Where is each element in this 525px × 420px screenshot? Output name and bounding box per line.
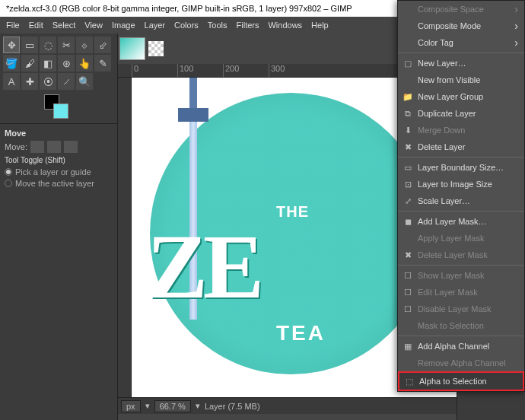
menu-colors[interactable]: Colors — [174, 21, 199, 30]
toolbox: ✥ ▭ ◌ ✂ ⟐ ⬃ 🪣 🖌 ◧ ⊛ 👆 ✎ A ✚ ⦿ ⟋ 🔍 — [0, 33, 117, 93]
menu-edit[interactable]: Edit — [29, 21, 43, 30]
ctx-mask-to-selection[interactable]: Mask to Selection — [398, 317, 524, 334]
tool-measure[interactable]: ⟋ — [58, 73, 75, 90]
radio-move-active[interactable]: Move the active layer — [5, 179, 113, 188]
ctx-composite-mode[interactable]: Composite Mode — [398, 18, 524, 34]
ctx-duplicate-layer[interactable]: ⧉Duplicate Layer — [398, 105, 524, 122]
menu-file[interactable]: File — [6, 21, 20, 30]
tool-clone[interactable]: ⊛ — [58, 55, 75, 72]
text-tea: TEA — [276, 321, 326, 345]
menu-help[interactable]: Help — [311, 21, 329, 30]
tool-eraser[interactable]: ◧ — [40, 55, 56, 72]
tool-picker[interactable]: ⦿ — [40, 73, 56, 90]
ctx-merge-down[interactable]: ⬇Merge Down — [398, 122, 524, 138]
ctx-show-layer-mask[interactable]: ☐Show Layer Mask — [398, 267, 524, 284]
folder-icon: 📁 — [402, 91, 413, 102]
menu-image[interactable]: Image — [112, 21, 135, 30]
ctx-add-layer-mask[interactable]: ◼Add Layer Mask… — [398, 213, 524, 230]
tool-path[interactable]: ✎ — [94, 55, 111, 72]
image-thumb[interactable] — [119, 37, 145, 60]
chevron-down-icon[interactable]: ▾ — [196, 401, 200, 411]
menu-windows[interactable]: Windows — [268, 21, 302, 30]
ctx-scale-layer[interactable]: ⤢Scale Layer… — [398, 192, 524, 209]
tool-heal[interactable]: ✚ — [21, 73, 38, 90]
separator — [398, 211, 524, 212]
tool-crop[interactable]: ✂ — [58, 37, 75, 53]
ctx-disable-layer-mask[interactable]: ☐Disable Layer Mask — [398, 301, 524, 317]
boundary-icon: ▭ — [402, 162, 413, 173]
merge-icon: ⬇ — [402, 125, 413, 135]
separator — [398, 52, 524, 53]
ctx-new-layer-group[interactable]: 📁New Layer Group — [398, 88, 524, 105]
mask-icon: ◼ — [402, 216, 413, 227]
ctx-add-alpha[interactable]: ▦Add Alpha Channel — [398, 338, 524, 355]
tool-smudge[interactable]: 👆 — [76, 55, 93, 72]
statusbar: px ▾ 66.7 % ▾ Layer (7.5 MB) — [118, 397, 457, 414]
text-the: THE — [276, 203, 309, 221]
delete-icon: ✖ — [402, 142, 413, 152]
tool-rect-select[interactable]: ▭ — [21, 37, 38, 53]
zoom-level[interactable]: 66.7 % — [154, 400, 191, 412]
move-mode-path[interactable] — [64, 141, 78, 153]
tool-transform[interactable]: ⟐ — [76, 37, 93, 53]
tool-warp[interactable]: ⬃ — [94, 37, 111, 53]
background-color[interactable] — [53, 103, 68, 119]
menu-tools[interactable]: Tools — [208, 21, 228, 30]
separator — [398, 265, 524, 266]
color-swatches — [0, 93, 117, 123]
tool-move[interactable]: ✥ — [3, 37, 20, 53]
ctx-new-from-visible[interactable]: New from Visible — [398, 72, 524, 88]
separator — [398, 336, 524, 336]
radio-pick-layer[interactable]: Pick a layer or guide — [5, 167, 113, 177]
tool-text[interactable]: A — [3, 73, 20, 90]
menu-view[interactable]: View — [84, 21, 103, 30]
move-mode-layer[interactable] — [30, 141, 44, 153]
ctx-color-tag[interactable]: Color Tag — [398, 34, 524, 51]
selection-icon: ⬚ — [404, 376, 415, 387]
separator — [398, 157, 524, 158]
ctx-composite-space[interactable]: Composite Space — [398, 1, 524, 18]
menu-filters[interactable]: Filters — [237, 21, 259, 30]
ctx-delete-layer[interactable]: ✖Delete Layer — [398, 138, 524, 155]
tool-free-select[interactable]: ◌ — [40, 37, 56, 53]
duplicate-icon: ⧉ — [402, 108, 413, 119]
delete-mask-icon: ✖ — [402, 250, 413, 260]
chevron-down-icon[interactable]: ▾ — [145, 401, 150, 411]
menu-layer[interactable]: Layer — [145, 21, 166, 30]
layer-info: Layer (7.5 MB) — [205, 402, 260, 411]
tool-brush[interactable]: 🖌 — [21, 55, 38, 72]
unit-selector[interactable]: px — [121, 400, 141, 412]
ctx-remove-alpha[interactable]: Remove Alpha Channel — [398, 355, 524, 371]
checkbox-icon: ☐ — [402, 287, 413, 298]
layer-context-menu: Composite Space Composite Mode Color Tag… — [397, 0, 525, 392]
checkbox-icon: ☐ — [402, 304, 413, 314]
ctx-edit-layer-mask[interactable]: ☐Edit Layer Mask — [398, 284, 524, 301]
close-image-icon[interactable] — [148, 41, 164, 56]
ctx-alpha-to-selection[interactable]: ⬚Alpha to Selection — [398, 371, 524, 391]
canvas-content: THE ZE TEA — [132, 78, 390, 382]
ctx-apply-layer-mask[interactable]: Apply Layer Mask — [398, 230, 524, 247]
menu-select[interactable]: Select — [52, 21, 76, 30]
radio-dot-icon — [5, 180, 12, 187]
ctx-layer-boundary[interactable]: ▭Layer Boundary Size… — [398, 159, 524, 176]
move-label: Move: — [5, 142, 27, 151]
alpha-icon: ▦ — [402, 341, 413, 352]
ctx-layer-to-image[interactable]: ⊡Layer to Image Size — [398, 176, 524, 192]
radio-dot-icon — [5, 168, 12, 176]
ruler-vertical — [118, 78, 132, 397]
left-dock: ✥ ▭ ◌ ✂ ⟐ ⬃ 🪣 🖌 ◧ ⊛ 👆 ✎ A ✚ ⦿ ⟋ 🔍 Move M… — [0, 33, 118, 420]
checkbox-icon: ☐ — [402, 270, 413, 281]
tool-toggle-label: Tool Toggle (Shift) — [5, 156, 113, 164]
tool-options: Move Move: Tool Toggle (Shift) Pick a la… — [0, 123, 117, 195]
tool-zoom[interactable]: 🔍 — [76, 73, 93, 90]
title-text: *zelda.xcf-3.0 (RGB color 8-bit gamma in… — [6, 4, 352, 13]
ctx-new-layer[interactable]: ▢New Layer… — [398, 55, 524, 72]
move-mode-selection[interactable] — [47, 141, 61, 153]
tool-bucket[interactable]: 🪣 — [3, 55, 20, 72]
fit-icon: ⊡ — [402, 179, 413, 189]
scale-icon: ⤢ — [402, 196, 413, 206]
new-layer-icon: ▢ — [402, 58, 413, 68]
ctx-delete-layer-mask[interactable]: ✖Delete Layer Mask — [398, 247, 524, 263]
text-zelda: ZE — [147, 215, 259, 320]
tool-options-title: Move — [5, 129, 113, 138]
